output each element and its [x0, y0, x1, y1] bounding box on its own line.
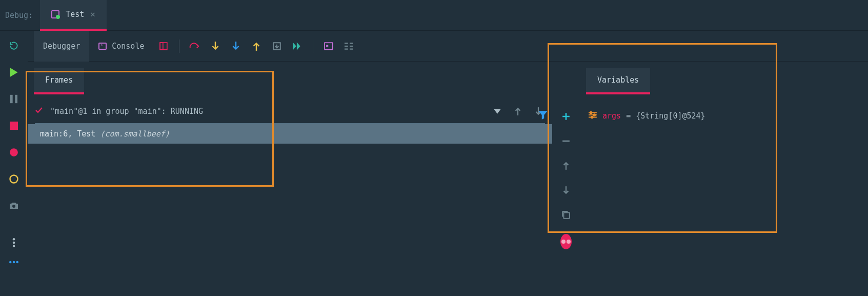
add-watch-button[interactable] — [560, 111, 572, 122]
pause-button[interactable] — [8, 93, 19, 105]
svg-rect-18 — [345, 48, 348, 49]
step-over-button[interactable] — [185, 31, 205, 62]
variables-panel: Variables args = {String[0]@524} — [552, 62, 868, 296]
camera-button[interactable] — [8, 200, 19, 211]
stack-frame-package: (com.smallbeef) — [100, 129, 169, 139]
watch-down-button[interactable] — [560, 185, 572, 196]
svg-rect-22 — [564, 213, 570, 219]
svg-rect-20 — [350, 45, 354, 46]
svg-rect-16 — [345, 43, 348, 44]
svg-point-5 — [12, 205, 15, 208]
thread-label: "main"@1 in group "main": RUNNING — [50, 107, 203, 116]
frames-tab[interactable]: Frames — [34, 68, 84, 94]
svg-point-4 — [10, 175, 18, 183]
debugger-tab[interactable]: Debugger — [34, 31, 89, 62]
thread-selector-row: "main"@1 in group "main": RUNNING — [35, 104, 545, 124]
debug-label: Debug: — [0, 11, 40, 20]
copy-watch-button[interactable] — [560, 209, 572, 221]
stack-frame-row[interactable]: main:6, Test (com.smallbeef) — [28, 124, 552, 144]
more-horizontal-button[interactable] — [8, 256, 19, 268]
close-tab-icon[interactable]: ✕ — [90, 9, 95, 19]
svg-point-23 — [590, 112, 592, 114]
glasses-icon — [560, 234, 572, 249]
svg-point-3 — [10, 148, 18, 156]
step-out-button[interactable] — [246, 31, 267, 62]
layout-icon[interactable] — [153, 31, 174, 62]
variables-tab[interactable]: Variables — [586, 68, 650, 94]
rerun-button[interactable] — [8, 40, 19, 51]
run-config-icon — [51, 10, 59, 18]
filter-icon[interactable] — [538, 110, 548, 122]
console-tab[interactable]: Console — [89, 31, 153, 62]
svg-point-10 — [13, 261, 15, 264]
thread-dropdown-icon[interactable] — [491, 109, 504, 114]
debug-sidebar — [0, 31, 28, 296]
run-to-cursor-button[interactable] — [287, 31, 308, 62]
svg-point-11 — [16, 261, 19, 264]
drop-frame-button[interactable] — [267, 31, 287, 62]
svg-rect-0 — [10, 95, 13, 103]
svg-point-8 — [13, 245, 15, 248]
run-config-name: Test — [66, 10, 84, 19]
check-icon — [35, 107, 43, 116]
svg-point-24 — [594, 114, 596, 116]
remove-watch-button[interactable] — [560, 135, 572, 147]
prev-frame-icon[interactable] — [511, 107, 524, 116]
step-into-button[interactable] — [205, 31, 226, 62]
svg-rect-12 — [160, 43, 168, 50]
svg-rect-13 — [160, 43, 164, 50]
svg-rect-15 — [325, 43, 333, 50]
force-step-into-button[interactable] — [226, 31, 246, 62]
evaluate-expression-button[interactable] — [318, 31, 339, 62]
variables-toolbar — [552, 62, 580, 296]
view-breakpoints-button[interactable] — [8, 147, 19, 158]
resume-button[interactable] — [8, 67, 19, 78]
svg-rect-21 — [350, 48, 354, 49]
trace-button[interactable] — [339, 31, 359, 62]
run-config-tab[interactable]: Test ✕ — [40, 0, 107, 31]
svg-rect-19 — [350, 43, 354, 44]
show-watches-button[interactable] — [560, 236, 572, 247]
more-vertical-button[interactable] — [8, 237, 19, 248]
stop-button[interactable] — [8, 120, 19, 131]
console-icon — [98, 43, 107, 50]
svg-point-9 — [9, 261, 12, 264]
svg-rect-17 — [345, 45, 348, 46]
debugger-toolbar: Debugger Console — [28, 31, 868, 62]
variable-name: args — [602, 111, 621, 121]
svg-point-25 — [591, 116, 593, 119]
frames-panel: Frames "main"@1 in group "main": RUNNING — [28, 62, 552, 296]
svg-point-7 — [13, 242, 15, 244]
mute-breakpoints-button[interactable] — [8, 173, 19, 185]
watch-up-button[interactable] — [560, 160, 572, 171]
svg-rect-1 — [15, 95, 17, 103]
variable-row[interactable]: args = {String[0]@524} — [588, 111, 705, 121]
variable-value: {String[0]@524} — [636, 111, 705, 121]
svg-rect-2 — [10, 122, 18, 130]
settings-sliders-icon — [588, 111, 597, 121]
svg-point-6 — [13, 238, 15, 241]
stack-frame-text: main:6, Test — [40, 129, 100, 139]
